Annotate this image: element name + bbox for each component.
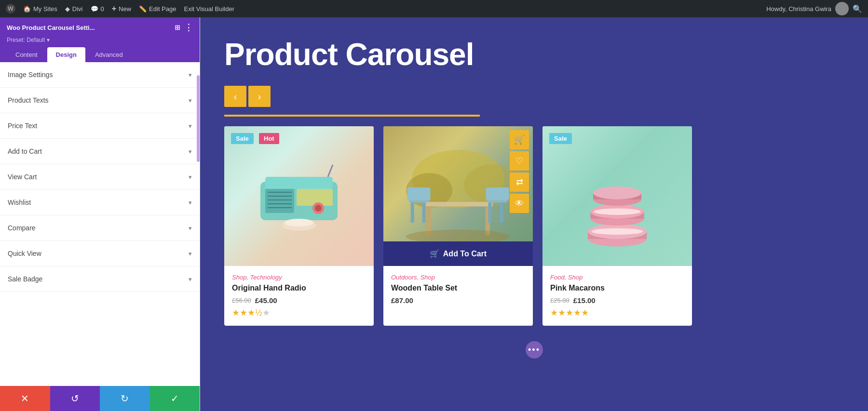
product-category-macarons: Food, Shop (550, 274, 684, 281)
section-add-to-cart-header[interactable]: Add to Cart ▾ (0, 139, 200, 164)
radio-image (224, 126, 374, 266)
svg-rect-8 (297, 189, 333, 206)
product-card-macarons: Sale Food, Shop Pink Macarons £25.00 £15… (542, 126, 692, 326)
svg-rect-25 (488, 202, 491, 223)
exit-visual-builder-button[interactable]: Exit Visual Builder (184, 5, 234, 13)
chevron-down-icon: ▾ (189, 225, 192, 232)
product-grid: Sale Hot Shop, Technology Original Hand … (224, 126, 844, 326)
macarons-illustration (569, 133, 665, 259)
tab-advanced[interactable]: Advanced (86, 47, 132, 62)
add-to-cart-icon[interactable]: 🛒 (510, 130, 529, 149)
my-sites-menu[interactable]: 🏠 My Sites (23, 5, 57, 13)
badge-sale-macarons: Sale (549, 133, 572, 144)
sidebar-body: Image Settings ▾ Product Texts ▾ Price T… (0, 62, 200, 386)
section-view-cart-header[interactable]: View Cart ▾ (0, 164, 200, 189)
new-menu[interactable]: + New (112, 4, 131, 13)
sidebar-title-bar: Woo Product Carousel Setti... ⊞ ⋮ (7, 22, 193, 37)
svg-rect-1 (265, 177, 333, 189)
house-icon: 🏠 (23, 5, 31, 13)
search-icon[interactable]: 🔍 (853, 4, 862, 13)
svg-rect-22 (422, 202, 426, 223)
chevron-down-icon: ▾ (189, 173, 192, 181)
save-button[interactable]: ✓ (150, 386, 200, 411)
product-info-radio: Shop, Technology Original Hand Radio £56… (224, 266, 374, 326)
cancel-button[interactable]: ✕ (0, 386, 50, 411)
preset-dropdown[interactable]: Preset: Default ▾ (7, 37, 193, 47)
badge-hot: Hot (259, 133, 279, 144)
divi-icon: ◆ (65, 5, 70, 13)
section-compare-header[interactable]: Compare ▾ (0, 215, 200, 240)
section-wishlist-header[interactable]: Wishlist ▾ (0, 190, 200, 215)
sidebar: Woo Product Carousel Setti... ⊞ ⋮ Preset… (0, 17, 200, 411)
next-arrow-button[interactable]: › (248, 86, 271, 107)
svg-point-37 (593, 186, 641, 199)
sidebar-scrollbar[interactable] (197, 75, 200, 162)
comments-menu[interactable]: 💬 0 (91, 5, 104, 13)
chevron-down-icon: ▾ (189, 199, 192, 206)
chevron-down-icon: ▾ (189, 276, 192, 283)
section-sale-badge-header[interactable]: Sale Badge ▾ (0, 266, 200, 292)
dots-button[interactable]: ••• (526, 341, 543, 358)
prev-arrow-button[interactable]: ‹ (224, 86, 246, 107)
wishlist-icon[interactable]: ♡ (510, 151, 529, 171)
chevron-down-icon: ▾ (47, 37, 50, 43)
svg-line-11 (328, 165, 333, 177)
product-category-table: Outdoors, Shop (391, 274, 525, 281)
section-product-texts-header[interactable]: Product Texts ▾ (0, 88, 200, 113)
wp-logo[interactable]: W (6, 4, 15, 13)
chevron-down-icon: ▾ (189, 71, 192, 79)
tab-content[interactable]: Content (7, 47, 46, 62)
product-price-macarons: £25.00 £15.00 (550, 296, 684, 305)
sidebar-footer: ✕ ↺ ↻ ✓ (0, 386, 200, 411)
section-quick-view: Quick View ▾ (0, 241, 200, 266)
price-new-radio: £45.00 (255, 296, 277, 305)
carousel-dots: ••• (224, 341, 844, 358)
stars-macarons: ★★★★★ (550, 307, 684, 318)
section-price-text-header[interactable]: Price Text ▾ (0, 113, 200, 138)
carousel-nav: ‹ › (224, 86, 844, 107)
dots-icon: ••• (528, 345, 540, 355)
edit-page-button[interactable]: ✏️ Edit Page (139, 5, 176, 13)
left-arrow-icon: ‹ (234, 91, 237, 102)
close-icon: ✕ (21, 393, 29, 404)
product-price-radio: £56.00 £45.00 (232, 296, 366, 305)
quick-view-icon[interactable]: 👁 (510, 194, 529, 213)
compare-icon[interactable]: ⇄ (510, 172, 529, 192)
section-quick-view-header[interactable]: Quick View ▾ (0, 241, 200, 266)
tab-design[interactable]: Design (47, 47, 85, 62)
svg-point-38 (592, 228, 643, 235)
user-greeting: Howdy, Christina Gwira (766, 5, 831, 13)
section-view-cart: View Cart ▾ (0, 164, 200, 190)
window-icon[interactable]: ⊞ (175, 24, 180, 31)
avatar (835, 2, 849, 15)
section-image-settings-header[interactable]: Image Settings ▾ (0, 62, 200, 87)
svg-rect-27 (486, 187, 509, 200)
add-to-cart-overlay[interactable]: 🛒 Add To Cart (383, 241, 533, 266)
redo-icon: ↻ (121, 393, 129, 404)
undo-icon: ↺ (71, 393, 79, 404)
stars-radio: ★★★½★ (232, 307, 366, 318)
top-bar: W 🏠 My Sites ◆ Divi 💬 0 + New ✏️ Edit Pa… (0, 0, 868, 17)
main-layout: Woo Product Carousel Setti... ⊞ ⋮ Preset… (0, 17, 868, 411)
divi-menu[interactable]: ◆ Divi (65, 5, 83, 13)
undo-button[interactable]: ↺ (50, 386, 100, 411)
radio-illustration (251, 158, 347, 235)
cart-icon: 🛒 (430, 249, 439, 258)
svg-point-39 (594, 209, 641, 215)
top-bar-right: Howdy, Christina Gwira 🔍 (766, 2, 862, 15)
plus-icon: + (112, 4, 116, 13)
svg-rect-21 (411, 202, 414, 223)
sidebar-header: Woo Product Carousel Setti... ⊞ ⋮ Preset… (0, 17, 200, 62)
chevron-down-icon: ▾ (189, 97, 192, 104)
product-image-table: 🛒 ♡ ⇄ 👁 🛒 Add To Cart (383, 126, 533, 266)
product-image-radio: Sale Hot (224, 126, 374, 266)
product-card-table: 🛒 ♡ ⇄ 👁 🛒 Add To Cart Outdoors, Shop Woo… (383, 126, 533, 326)
section-add-to-cart: Add to Cart ▾ (0, 139, 200, 164)
table-illustration (400, 143, 516, 249)
redo-button[interactable]: ↻ (100, 386, 150, 411)
badge-sale: Sale (231, 133, 254, 144)
chevron-down-icon: ▾ (189, 122, 192, 130)
product-info-table: Outdoors, Shop Wooden Table Set £87.00 (383, 266, 533, 312)
svg-rect-26 (500, 202, 503, 223)
menu-icon[interactable]: ⋮ (184, 22, 193, 33)
